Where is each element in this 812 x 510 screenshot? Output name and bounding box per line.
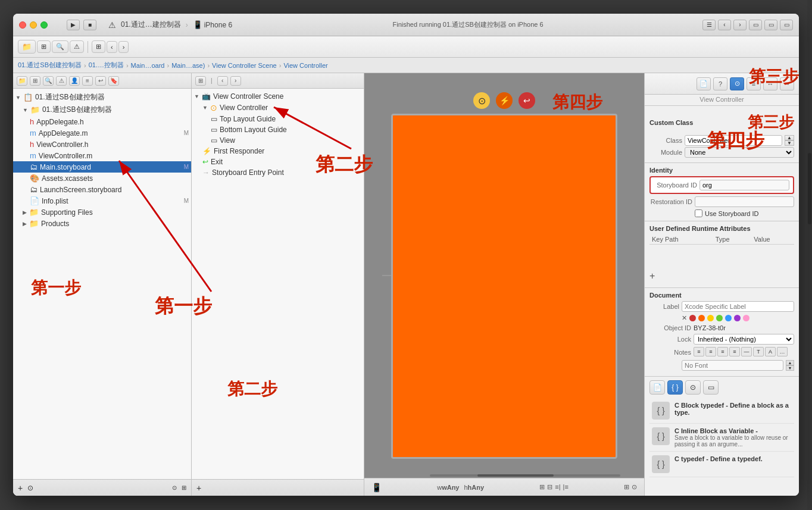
search-btn[interactable]: 🔍 [52,40,68,53]
grid-btn[interactable]: ⊞ [92,40,105,53]
canvas-device-icon[interactable]: 📱 [371,483,382,492]
sidebar-bookmark-btn[interactable]: 🔖 [108,76,119,86]
close-button[interactable] [19,21,26,29]
bc-item-2[interactable]: Main…oard [131,62,165,69]
file-item-group[interactable]: ▼ 📁 01.通过SB创建控制器 [13,104,191,116]
vc-icon-red[interactable]: ↩ [519,92,535,109]
scene-fwd-btn[interactable]: › [230,76,241,86]
file-item-launch-storyboard[interactable]: 🗂 LaunchScreen.storyboard [13,184,191,195]
module-select[interactable]: None [685,147,794,158]
canvas-btn1[interactable]: ⊞ [539,483,545,491]
color-dot-blue[interactable] [725,315,732,321]
font-stepper[interactable]: ▲ ▼ [786,360,794,371]
scene-back-btn[interactable]: ‹ [217,76,228,86]
snippet-item-0[interactable]: { } C Block typedef - Define a block as … [649,398,794,424]
snippet-item-1[interactable]: { } C Inline Block as Variable - Save a … [649,424,794,452]
notes-align-center[interactable]: ≡ [705,347,716,356]
color-dot-pink[interactable] [743,315,749,321]
file-item-appdelegate-m[interactable]: m AppDelegate.m M [13,127,191,139]
run-button[interactable]: ▶ [67,20,80,30]
file-item-products[interactable]: ▶ 📁 Products [13,218,191,229]
next-btn[interactable]: › [118,41,129,53]
sidebar-grid-btn[interactable]: ⊞ [30,76,40,86]
file-item-supporting[interactable]: ▶ 📁 Supporting Files [13,206,191,218]
disclosure-arrow-group[interactable]: ▼ [23,107,28,113]
bc-item-0[interactable]: 01.通过SB创建控制器 [18,61,82,70]
bc-item-1[interactable]: 01.…控制器 [89,61,124,70]
notes-text1[interactable]: T [753,347,764,356]
use-storyboard-checkbox[interactable] [695,209,702,217]
notes-more[interactable]: … [777,347,788,356]
sort-btn[interactable]: ⊞ [182,484,186,491]
canvas-zoom-btn[interactable]: ⊙ [632,483,637,491]
sidebar-diff-btn[interactable]: ≡ [82,76,93,86]
storyboard-id-input[interactable] [699,180,789,190]
minimize-button[interactable] [30,21,37,29]
add-scene-btn[interactable]: + [196,483,201,493]
vc-icon-yellow[interactable]: ⊙ [473,92,490,109]
lock-select[interactable]: Inherited - (Nothing) [694,334,794,345]
layout-btn1[interactable]: ▭ [749,20,762,30]
canvas-hscrollbar[interactable] [406,473,644,478]
scene-item-vc[interactable]: ▼ ⊙ View Controller [192,102,364,114]
bc-item-3[interactable]: Main…ase) [171,62,205,69]
activity-btn[interactable]: ☰ [702,20,716,30]
color-dot-yellow[interactable] [707,315,714,321]
sidebar-search-btn[interactable]: 🔍 [43,76,54,86]
disclosure-vc-scene[interactable]: ▼ [194,93,199,99]
class-stepper-up[interactable]: ▲ [785,135,794,140]
class-stepper-down[interactable]: ▼ [785,140,794,146]
file-item-info-plist[interactable]: 📄 Info.plist M [13,195,191,206]
disclosure-arrow-project[interactable]: ▼ [15,95,21,101]
notes-text2[interactable]: A [765,347,776,356]
maximize-button[interactable] [40,21,48,29]
color-dot-green[interactable] [716,315,723,321]
notes-align-left[interactable]: ≡ [694,347,704,356]
udra-add-btn[interactable]: + [649,271,655,281]
sidebar-warning-btn[interactable]: ⚠ [56,76,67,86]
canvas-content[interactable]: ⊙ ⚡ ↩ [364,73,644,478]
disclosure-arrow-products[interactable]: ▶ [23,221,27,227]
vc-icon-orange[interactable]: ⚡ [496,92,513,109]
filter-files-btn[interactable]: ⊙ [172,484,177,491]
grid-view-btn[interactable]: ⊞ [195,76,206,86]
color-dot-purple[interactable] [734,315,741,321]
inspector-tab-quickhelp[interactable]: ? [713,77,727,90]
snippet-tab-braces[interactable]: { } [667,380,683,395]
inspector-tab-attributes[interactable]: ≡ [747,77,761,90]
snippet-tab-file[interactable]: 📄 [649,380,665,395]
forward-btn[interactable]: › [733,20,747,30]
folder-btn[interactable]: 📁 [18,40,36,54]
scene-item-top-layout[interactable]: ▭ Top Layout Guide [192,114,364,124]
layout-btn3[interactable]: ▭ [780,20,793,30]
file-item-viewcontroller-m[interactable]: m ViewController.m [13,150,191,161]
bc-item-4[interactable]: View Controller Scene [212,62,277,69]
color-x-btn[interactable]: ✕ [682,314,687,322]
file-item-assets[interactable]: 🎨 Assets.xcassets [13,173,191,184]
prev-btn[interactable]: ‹ [107,41,117,53]
inspector-tab-connections[interactable]: → [780,77,794,90]
scene-item-exit[interactable]: ↩ Exit [192,157,364,167]
add-file-btn[interactable]: + [18,483,23,493]
canvas-grid-btn[interactable]: ⊞ [624,483,629,491]
scene-item-vc-scene[interactable]: ▼ 📺 View Controller Scene [192,91,364,102]
inspector-tab-file[interactable]: 📄 [697,77,711,90]
font-stepper-down[interactable]: ▼ [786,365,794,371]
back-btn[interactable]: ‹ [718,20,731,30]
disclosure-arrow-supporting[interactable]: ▶ [23,209,27,215]
class-input[interactable] [685,135,782,146]
scene-item-view[interactable]: ▭ View [192,135,364,146]
inspector-tab-identity[interactable]: ⊙ [730,77,744,90]
sidebar-folder-btn[interactable]: 📁 [17,76,27,86]
color-dot-red[interactable] [689,315,696,321]
canvas-btn4[interactable]: |≡ [563,483,569,491]
bc-item-5[interactable]: View Controller [283,62,327,69]
scene-item-entry-point[interactable]: → Storyboard Entry Point [192,167,364,178]
snippet-tab-square[interactable]: ▭ [703,380,719,395]
file-item-appdelegate-h[interactable]: h AppDelegate.h [13,116,191,127]
class-stepper[interactable]: ▲ ▼ [785,135,794,146]
disclosure-vc[interactable]: ▼ [202,105,208,111]
doc-label-input[interactable] [682,301,794,312]
notes-align-right[interactable]: ≡ [717,347,728,356]
font-input[interactable] [682,360,783,371]
